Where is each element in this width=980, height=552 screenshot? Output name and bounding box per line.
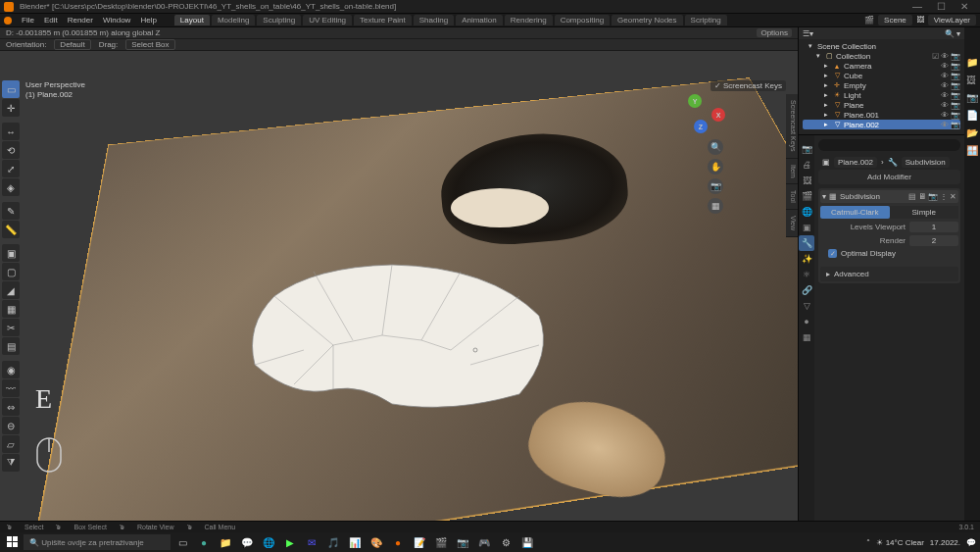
optimal-display-checkbox[interactable]: ✓ Optimal Display [820,246,958,261]
render-icon[interactable]: 📷 [951,91,960,100]
crumb-modifier[interactable]: Subdivision [902,157,950,168]
drag-dropdown[interactable]: Select Box [125,39,174,50]
levels-viewport-input[interactable]: 1 [909,222,958,232]
render-icon[interactable]: 📷 [951,121,960,129]
outliner-type-icon[interactable]: ☰▾ [803,29,813,38]
tool-loopcut[interactable]: ▦ [2,300,20,318]
taskbar-app-16[interactable]: 💾 [517,534,537,550]
outliner-collection[interactable]: ▾ ▢ Collection ☑👁📷 [803,51,960,61]
mod-close-icon[interactable]: ✕ [950,192,956,201]
camera-icon[interactable]: 📷 [708,178,723,194]
render-icon[interactable]: 📷 [951,62,960,71]
navigation-gizmo[interactable]: X Y Z [682,90,725,133]
window-icon[interactable]: 🪟 [966,145,978,157]
task-view-icon[interactable]: ▭ [172,534,192,550]
menu-window[interactable]: Window [103,16,130,25]
props-tab-scene[interactable]: 🎬 [799,188,814,204]
render-icon[interactable]: 📷 [951,101,960,110]
minimize-button[interactable]: — [906,1,929,12]
taskbar-app-3[interactable]: 💬 [237,534,257,550]
close-button[interactable]: ✕ [953,1,976,12]
menu-render[interactable]: Render [68,16,93,25]
tool-smooth[interactable]: 〰 [2,379,20,397]
mod-dropdown-icon[interactable]: ⋮ [940,192,948,201]
tool-annotate[interactable]: ✎ [2,202,20,220]
tool-scale[interactable]: ⤢ [2,160,20,177]
maximize-button[interactable]: ☐ [929,1,953,12]
tool-select-box[interactable]: ▭ [2,80,20,98]
system-tray[interactable]: ˄ ☀ 14°C Clear 17.2022. 💬 [866,538,976,547]
props-tab-object[interactable]: ▣ [799,220,814,235]
props-tab-modifiers[interactable]: 🔧 [799,235,814,251]
tab-catmull-clark[interactable]: Catmull-Clark [820,206,890,219]
tool-slide[interactable]: ⇔ [2,398,20,416]
eye-icon[interactable]: 👁 [941,121,949,129]
tab-compositing[interactable]: Compositing [555,15,610,25]
outliner-item-plane002[interactable]: ▸▽Plane.002👁📷 [803,120,960,129]
tab-shading[interactable]: Shading [414,15,454,25]
tab-scripting[interactable]: Scripting [685,15,727,25]
folder-icon[interactable]: 📂 [966,127,978,139]
eye-icon[interactable]: 👁 [941,62,949,71]
tool-shrink[interactable]: ⊖ [2,417,20,434]
add-modifier-button[interactable]: Add Modifier [818,170,960,184]
render-icon[interactable]: 📷 [951,52,960,61]
advanced-section[interactable]: ▸ Advanced [820,267,958,281]
tab-animation[interactable]: Animation [456,15,503,25]
outliner-filter-icon[interactable]: 🔍 ▾ [945,29,960,38]
pan-icon[interactable]: ✋ [708,159,723,175]
eye-icon[interactable]: 👁 [941,72,949,80]
render-icon[interactable]: 📷 [951,81,960,90]
taskbar-app-14[interactable]: 🎮 [474,534,494,550]
weather-widget[interactable]: ☀ 14°C Clear [876,538,923,547]
taskbar-search[interactable]: 🔍 Upišite ovdje za pretraživanje [24,534,171,550]
taskbar-app-6[interactable]: ✉ [302,534,321,550]
tool-move[interactable]: ↔ [2,123,20,140]
crumb-object[interactable]: Plane.002 [834,157,877,168]
outliner[interactable]: ☰▾ 🔍 ▾ ▾ Scene Collection ▾ ▢ Collection… [799,27,964,135]
tool-polybuild[interactable]: ▤ [2,337,20,355]
taskbar-app-9[interactable]: 🎨 [367,534,386,550]
tool-inset[interactable]: ▢ [2,263,20,280]
taskbar-app-10[interactable]: ● [388,534,408,550]
taskbar-app-1[interactable]: ● [194,534,214,550]
gizmo-y-axis[interactable]: Y [688,94,702,108]
eye-icon[interactable]: 👁 [941,91,949,100]
sidebar-tab-tool[interactable]: Tool [786,184,798,210]
start-button[interactable] [4,534,22,550]
sidebar-tab-item[interactable]: Item [786,159,798,185]
render-icon[interactable]: 📷 [951,72,960,80]
props-tab-output[interactable]: 🖨 [799,157,814,173]
modifier-header[interactable]: ▾ ▦ Subdivision ▤ 🖥 📷 ⋮ ✕ [820,190,958,203]
props-search-input[interactable] [818,139,960,151]
modifier-name[interactable]: Subdivision [840,192,880,201]
viewport-canvas[interactable]: ▭ ✛ ↔ ⟲ ⤢ ◈ ✎ 📏 ▣ ▢ ◢ ▦ ✂ ▤ ◉ 〰 ⇔ [0,51,798,532]
tab-texture[interactable]: Texture Paint [354,15,412,25]
tool-rotate[interactable]: ⟲ [2,141,20,159]
tool-knife[interactable]: ✂ [2,319,20,336]
orientation-dropdown[interactable]: Default [54,39,90,50]
menu-help[interactable]: Help [140,16,156,25]
props-tab-physics[interactable]: ⚛ [799,267,814,282]
tab-sculpting[interactable]: Sculpting [257,15,301,25]
tab-geonodes[interactable]: Geometry Nodes [612,15,682,25]
eye-icon[interactable]: 👁 [941,101,949,110]
tool-shear[interactable]: ▱ [2,435,20,453]
tool-transform[interactable]: ◈ [2,178,20,196]
zoom-icon[interactable]: 🔍 [708,139,723,155]
chevron-down-icon[interactable]: ▾ [822,192,826,201]
props-tab-world[interactable]: 🌐 [799,204,814,220]
viewlayer-selector[interactable]: ViewLayer [928,15,976,25]
render-icon[interactable]: 📷 [951,111,960,120]
tool-extrude[interactable]: ▣ [2,244,20,262]
file-icon[interactable]: 📄 [966,110,978,122]
persp-icon[interactable]: ▦ [708,198,723,214]
scene-selector[interactable]: Scene [878,15,912,25]
props-tab-texture[interactable]: ▦ [799,329,814,345]
taskbar-app-11[interactable]: 📝 [410,534,429,550]
outliner-item-light[interactable]: ▸☀Light👁📷 [803,90,960,100]
notification-icon[interactable]: 💬 [966,538,976,547]
mod-render-icon[interactable]: 📷 [928,192,938,201]
tray-arrow-icon[interactable]: ˄ [866,538,870,547]
mod-editmode-icon[interactable]: ▤ [908,192,916,201]
